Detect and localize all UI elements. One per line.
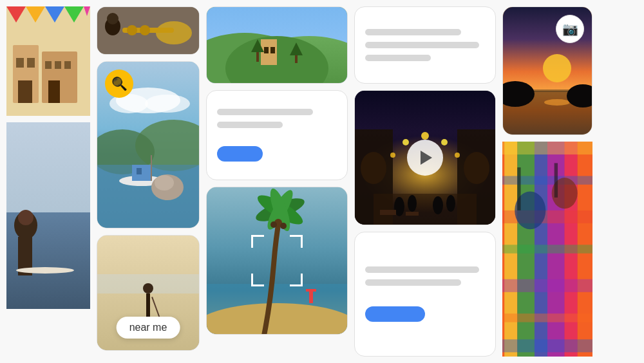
svg-point-85 xyxy=(446,195,455,212)
svg-rect-13 xyxy=(64,61,71,69)
svg-point-66 xyxy=(280,223,287,229)
palm-beach-card[interactable] xyxy=(206,187,348,335)
scan-corner-bl xyxy=(251,274,264,286)
scan-corner-br xyxy=(290,274,303,286)
text-card-1 xyxy=(206,90,348,180)
svg-rect-104 xyxy=(502,142,592,154)
svg-rect-37 xyxy=(137,168,142,174)
camera-button[interactable]: 📷 xyxy=(556,15,584,43)
column-3 xyxy=(206,6,348,357)
svg-rect-11 xyxy=(45,61,52,69)
svg-rect-57 xyxy=(295,55,298,63)
svg-rect-109 xyxy=(502,313,592,322)
trumpet-card xyxy=(97,6,200,55)
play-icon xyxy=(421,151,432,165)
svg-rect-87 xyxy=(406,212,419,216)
play-button[interactable] xyxy=(407,140,443,176)
colorful-building-image xyxy=(6,6,90,116)
svg-rect-105 xyxy=(502,176,592,184)
search-icon-overlay[interactable]: 🔍 xyxy=(105,70,133,98)
colorful-fabric-image xyxy=(502,142,592,357)
svg-rect-53 xyxy=(270,47,275,53)
svg-rect-108 xyxy=(502,279,592,292)
svg-rect-44 xyxy=(146,293,150,319)
svg-point-78 xyxy=(441,139,448,145)
colorful-building-card xyxy=(6,6,90,116)
svg-rect-113 xyxy=(517,167,520,210)
column-5: 📷 xyxy=(502,6,592,357)
scan-corner-tr xyxy=(290,235,303,248)
boat-ocean-card[interactable]: 🔍 xyxy=(97,61,200,228)
svg-point-89 xyxy=(543,54,571,82)
svg-point-76 xyxy=(402,139,409,145)
scan-corner-tl xyxy=(251,235,264,248)
colorful-fabric-card xyxy=(502,142,592,357)
search-icon: 🔍 xyxy=(111,76,128,91)
surfer-woman-image xyxy=(6,122,90,309)
svg-point-77 xyxy=(421,132,429,140)
trumpet-image xyxy=(97,7,199,55)
column-1 xyxy=(6,6,90,357)
text-card-top xyxy=(354,6,496,84)
svg-point-84 xyxy=(433,196,443,214)
svg-rect-9 xyxy=(18,80,32,103)
svg-rect-114 xyxy=(554,163,558,197)
svg-rect-69 xyxy=(306,289,316,292)
svg-rect-68 xyxy=(309,290,313,303)
column-4 xyxy=(354,6,496,357)
near-me-label: near me xyxy=(129,322,167,333)
svg-point-40 xyxy=(155,175,174,191)
text-card-bottom xyxy=(354,232,496,357)
svg-point-91 xyxy=(544,99,570,106)
svg-point-79 xyxy=(390,153,395,158)
svg-rect-81 xyxy=(374,194,477,225)
svg-point-67 xyxy=(270,221,277,228)
camera-icon: 📷 xyxy=(562,21,578,37)
green-hills-image xyxy=(207,7,347,84)
svg-rect-7 xyxy=(16,58,24,68)
svg-rect-110 xyxy=(502,339,592,352)
text-line-top-2 xyxy=(365,42,479,48)
svg-point-83 xyxy=(408,195,417,212)
column-2: 🔍 xyxy=(97,6,200,357)
svg-point-24 xyxy=(127,25,137,35)
near-me-pill[interactable]: near me xyxy=(117,317,180,339)
svg-rect-86 xyxy=(380,210,396,215)
text-line-top-1 xyxy=(365,29,461,35)
svg-rect-12 xyxy=(55,61,61,69)
svg-point-80 xyxy=(455,153,460,158)
svg-rect-107 xyxy=(502,245,592,253)
text-line-1 xyxy=(217,109,313,115)
sunset-beach-card: 📷 xyxy=(502,6,592,135)
svg-rect-52 xyxy=(264,47,269,53)
svg-point-27 xyxy=(107,13,118,24)
text-line-top-3 xyxy=(365,55,431,61)
svg-rect-8 xyxy=(27,58,35,68)
surfer-woman-card xyxy=(6,122,90,309)
svg-rect-55 xyxy=(256,52,259,62)
svg-rect-38 xyxy=(151,155,152,181)
text-line-bottom-2 xyxy=(365,279,461,286)
svg-rect-14 xyxy=(48,80,60,103)
plaza-night-card[interactable] xyxy=(354,90,496,225)
svg-point-75 xyxy=(464,152,489,184)
scan-corners xyxy=(251,235,303,286)
svg-point-45 xyxy=(143,283,153,293)
cta-button-2[interactable] xyxy=(365,306,425,322)
svg-point-74 xyxy=(361,152,386,184)
green-hills-card xyxy=(206,6,348,84)
svg-point-31 xyxy=(145,95,190,113)
paddle-beach-card: near me xyxy=(97,235,200,351)
cta-button-1[interactable] xyxy=(217,146,263,162)
text-line-bottom-1 xyxy=(365,266,479,273)
svg-point-19 xyxy=(18,210,33,225)
svg-point-25 xyxy=(140,25,150,35)
text-line-2 xyxy=(217,122,283,128)
svg-point-20 xyxy=(16,267,74,274)
